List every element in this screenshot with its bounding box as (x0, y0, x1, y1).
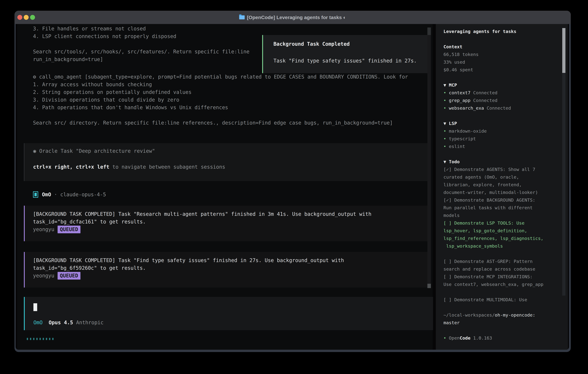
session-sidebar: Leveraging agents for tasks Context 66,5… (436, 24, 568, 350)
todo-line: Use context7, websearch_exa, grep_app (443, 280, 559, 288)
git-branch: master (443, 319, 559, 327)
text-cursor (33, 303, 37, 311)
tool-call-line: 1. Array access without bounds checking (33, 81, 408, 88)
tool-call-block: ⚙ call_omo_agent [subagent_type=explore,… (33, 73, 408, 127)
oracle-hint-keys: ctrl+x right, ctrl+x left (33, 164, 109, 170)
background-task-notification[interactable]: Background Task Completed Task "Find typ… (262, 35, 430, 73)
oracle-task-card[interactable]: ◉ Oracle Task "Deep architecture review"… (24, 143, 428, 181)
status-dot-icon: • (443, 335, 449, 341)
todo-line: [✓] Demonstrate BACKGROUND AGENTS: (443, 196, 559, 204)
tool-call-line: 3. Division operations that could divide… (33, 96, 408, 104)
chevron-down-icon: ▼ (443, 121, 446, 126)
mcp-status: Connected (484, 105, 511, 111)
input-model-name: Opus 4.5 (42, 320, 76, 325)
mcp-name: websearch_exa (449, 105, 484, 111)
omo-agent-icon (33, 191, 38, 198)
status-dot-icon: • (443, 144, 449, 149)
task-user: yeongyu (33, 273, 54, 279)
model-info-row[interactable]: OmO Opus 4.5 Anthropic (33, 319, 104, 326)
lsp-section-header[interactable]: ▼ LSP (443, 120, 559, 127)
scrollback-line (33, 40, 250, 48)
status-bar: esc interrupt tab switch agent ctrl+p co… (17, 335, 433, 343)
agent-model: claude-opus-4-5 (60, 192, 106, 197)
queued-status-badge: QUEUED (58, 226, 80, 233)
lsp-name: typescript (449, 136, 476, 141)
main-pane: 3. File handles or streams not closed 4.… (17, 24, 433, 350)
lsp-heading-text: LSP (446, 121, 457, 126)
version-number: 1.0.163 (471, 335, 492, 341)
scrollback-text: 3. File handles or streams not closed 4.… (33, 25, 250, 63)
oracle-task-title: ◉ Oracle Task "Deep architecture review" (33, 147, 155, 155)
status-dot-icon: • (443, 136, 449, 141)
todo-line: Run parallel tasks with different (443, 204, 559, 212)
sidebar-scrollbar-thumb[interactable] (562, 28, 566, 73)
todo-line: models (443, 212, 559, 219)
lsp-item: • typescript (443, 135, 559, 143)
task-message-line: task_id="bg_dcfac161" to get results. (33, 218, 371, 226)
chevron-down-icon: ▼ (443, 83, 446, 88)
todo-line: curated agents (OmO, oracle, (443, 173, 559, 181)
task-message-line: task_id="bg_6f59260c" to get results. (33, 264, 344, 272)
todo-line-active: lsp_workspace_symbols (443, 242, 559, 250)
status-dot-icon: • (443, 98, 449, 103)
tool-call-line: 2. String operations on potentially unde… (33, 88, 408, 96)
context-tokens: 66,518 tokens (443, 51, 559, 58)
tool-call-line: Search src/ directory. Return specific f… (33, 119, 408, 127)
opencode-window: [OpenCode] Leveraging agents for tasks ◐… (14, 11, 571, 352)
tool-call-header: ⚙ call_omo_agent [subagent_type=explore,… (33, 73, 408, 81)
agent-name: OmO (42, 192, 51, 197)
mcp-item: • grep_app Connected (443, 97, 559, 104)
mcp-name: grep_app (449, 98, 470, 103)
todo-line: document-writer, multimodal-looker) (443, 189, 559, 196)
background-task-message[interactable]: [BACKGROUND TASK COMPLETED] Task "Find t… (24, 252, 428, 288)
task-user: yeongyu (33, 227, 54, 232)
input-provider-name: Anthropic (76, 320, 104, 325)
terminal-content: 3. File handles or streams not closed 4.… (16, 24, 569, 350)
lsp-item: • markdown-oxide (443, 127, 559, 135)
lsp-name: markdown-oxide (449, 128, 487, 134)
main-scrollbar[interactable] (427, 28, 431, 288)
status-dot-icon: • (443, 90, 449, 95)
scrollback-line: Search src/tools/, src/hooks/, src/featu… (33, 48, 250, 55)
status-dot-icon: • (443, 105, 449, 111)
mcp-item: • context7 Connected (443, 89, 559, 97)
window-title-wrap: [OpenCode] Leveraging agents for tasks ◐ (14, 11, 571, 24)
input-agent-name: OmO (33, 320, 42, 325)
todo-line: [ ] Demonstrate AST-GREP: Pattern (443, 258, 559, 265)
queued-status-badge: QUEUED (58, 272, 80, 280)
window-title: [OpenCode] Leveraging agents for tasks ◐ (247, 15, 346, 20)
scrollback-line: 4. LSP client connections not properly d… (33, 32, 250, 40)
todo-line: librarian, explore, frontend, (443, 181, 559, 189)
todo-line: [ ] Demonstrate MCP INTEGRATIONS: (443, 273, 559, 280)
tool-call-line (33, 111, 408, 119)
session-title: Leveraging agents for tasks (443, 28, 559, 35)
status-dot-icon: • (443, 128, 449, 134)
title-bar[interactable]: [OpenCode] Leveraging agents for tasks ◐ (14, 11, 571, 24)
task-message-line: [BACKGROUND TASK COMPLETED] Task "Resear… (33, 210, 371, 218)
context-spent: $0.46 spent (443, 66, 559, 74)
agent-separator: · (51, 192, 60, 197)
oracle-icon: ◉ (33, 148, 36, 154)
activity-dots (27, 338, 53, 340)
version-code: Code (460, 335, 471, 341)
gear-icon: ⚙ (33, 74, 36, 80)
main-scrollbar-thumb-top[interactable] (427, 28, 431, 35)
background-task-message[interactable]: [BACKGROUND TASK COMPLETED] Task "Resear… (24, 206, 428, 241)
context-used: 33% used (443, 58, 559, 66)
prompt-input[interactable]: OmO Opus 4.5 Anthropic (24, 297, 433, 330)
mcp-section-header[interactable]: ▼ MCP (443, 81, 559, 89)
oracle-title-text: Oracle Task "Deep architecture review" (39, 148, 155, 154)
sidebar-scrollbar[interactable] (562, 28, 566, 296)
tool-call-line: 4. Path operations that don't handle Win… (33, 104, 408, 111)
task-message-line: [BACKGROUND TASK COMPLETED] Task "Find t… (33, 257, 344, 264)
todo-line: search and replace across codebase (443, 265, 559, 273)
agent-header: OmO · claude-opus-4-5 (33, 191, 106, 198)
todo-section-header[interactable]: ▼ Todo (443, 158, 559, 166)
tool-call-line: call_omo_agent [subagent_type=explore, p… (39, 74, 408, 80)
folder-icon (239, 15, 245, 19)
chevron-down-icon: ▼ (443, 159, 446, 164)
todo-line-active: lsp_find_references, lsp_diagnostics, (443, 235, 559, 242)
todo-heading-text: Todo (446, 159, 460, 164)
workspace-path-prefix: ~/local-workspaces/ (443, 312, 495, 318)
main-scrollbar-thumb[interactable] (427, 284, 431, 288)
